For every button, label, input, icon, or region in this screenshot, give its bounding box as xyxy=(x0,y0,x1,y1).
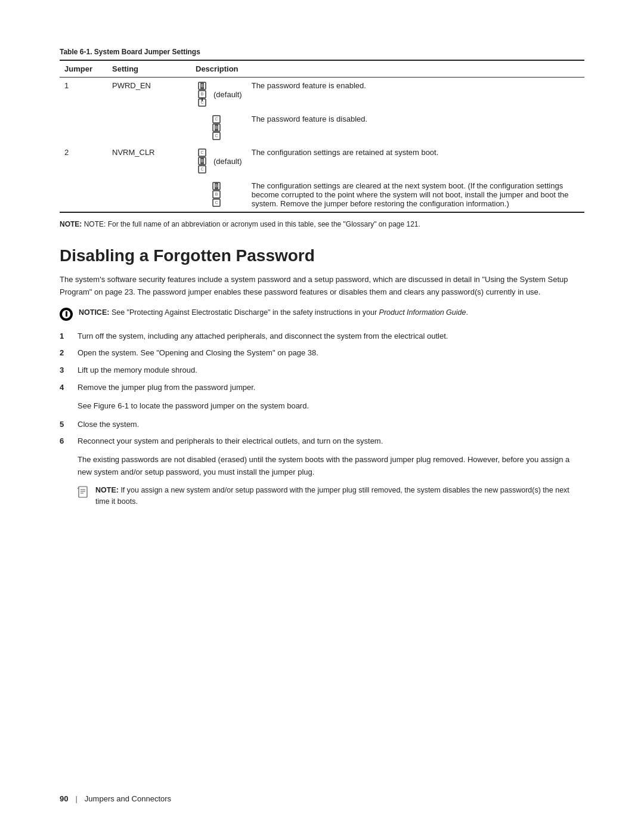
step-3: 3 Lift up the memory module shroud. xyxy=(60,364,584,377)
notice-dot xyxy=(66,311,67,317)
svg-rect-29 xyxy=(79,487,87,497)
notice-italic: Product Information Guide xyxy=(379,308,466,317)
para-after-6: The existing passwords are not disabled … xyxy=(78,454,584,479)
jumper-name-empty xyxy=(107,111,191,144)
step-1-text: Turn off the system, including any attac… xyxy=(78,330,584,343)
jumper-icon-2-3: C B C xyxy=(210,114,223,141)
svg-text:B: B xyxy=(215,192,218,196)
notice-label: NOTICE: xyxy=(79,308,109,317)
jumper-name-empty xyxy=(107,178,191,212)
step-5-number: 5 xyxy=(60,419,69,431)
setting-label: (default) xyxy=(213,157,242,166)
step-4-number: 4 xyxy=(60,382,69,394)
jumper-icon-1-2: B B C xyxy=(196,81,209,107)
intro-paragraph: The system's software security features … xyxy=(60,274,584,299)
notice-body: See "Protecting Against Electrostatic Di… xyxy=(112,308,379,317)
step-2-text: Open the system. See "Opening and Closin… xyxy=(78,347,584,360)
jumper-number-empty xyxy=(60,111,107,144)
table-caption: Table 6-1. System Board Jumper Settings xyxy=(60,48,584,56)
svg-text:C: C xyxy=(215,200,218,205)
jumper-setting-cell: B B C xyxy=(191,178,247,212)
description-cell: The password feature is disabled. xyxy=(247,111,584,144)
svg-text:C: C xyxy=(200,100,203,104)
svg-text:C: C xyxy=(215,134,218,138)
notice-icon-inner xyxy=(62,310,70,318)
setting-label: (default) xyxy=(213,90,242,99)
note-block: NOTE: If you assign a new system and/or … xyxy=(78,485,584,507)
step-2: 2 Open the system. See "Opening and Clos… xyxy=(60,347,584,360)
section-heading: Disabling a Forgotten Password xyxy=(60,246,584,265)
step-1-number: 1 xyxy=(60,330,69,343)
jumper-setting-cell: C B C xyxy=(191,111,247,144)
step-4: 4 Remove the jumper plug from the passwo… xyxy=(60,382,584,394)
step-5-text: Close the system. xyxy=(78,419,584,431)
jumper-setting-cell: C B C (default) xyxy=(191,144,247,178)
svg-text:B: B xyxy=(215,125,218,129)
step-5: 5 Close the system. xyxy=(60,419,584,431)
step-3-text: Lift up the memory module shroud. xyxy=(78,364,584,377)
svg-text:B: B xyxy=(201,159,204,163)
notice-block: NOTICE: See "Protecting Against Electros… xyxy=(60,307,584,321)
note-text: NOTE: If you assign a new system and/or … xyxy=(95,485,584,507)
svg-text:B: B xyxy=(201,83,204,88)
sub-para-4: See Figure 6-1 to locate the password ju… xyxy=(78,400,584,413)
col-header-jumper: Jumper xyxy=(60,60,107,78)
page-number: 90 xyxy=(60,794,68,803)
svg-text:C: C xyxy=(215,117,218,121)
notice-text: NOTICE: See "Protecting Against Electros… xyxy=(79,307,468,318)
svg-text:C: C xyxy=(200,167,203,171)
description-cell: The configuration settings are cleared a… xyxy=(247,178,584,212)
step-4-text: Remove the jumper plug from the password… xyxy=(78,382,584,394)
col-header-description: Description xyxy=(191,60,247,78)
step-1: 1 Turn off the system, including any att… xyxy=(60,330,584,343)
jumper-icon-nvrm-1-2: C B C xyxy=(196,148,209,174)
footer-section-label: Jumpers and Connectors xyxy=(85,794,171,803)
svg-text:C: C xyxy=(200,150,203,154)
col-header-setting: Setting xyxy=(107,60,191,78)
steps-list-2: 5 Close the system. 6 Reconnect your sys… xyxy=(60,419,584,448)
table-row: 2 NVRM_CLR C B C (default) xyxy=(60,144,584,178)
jumper-number: 1 xyxy=(60,78,107,112)
jumper-setting-cell: B B C (default) xyxy=(191,78,247,112)
step-6-number: 6 xyxy=(60,435,69,448)
note-body: If you assign a new system and/or setup … xyxy=(95,486,569,506)
step-6-text: Reconnect your system and peripherals to… xyxy=(78,435,584,448)
note-icon-svg xyxy=(78,486,89,498)
jumper-number-empty xyxy=(60,178,107,212)
page-footer: 90 | Jumpers and Connectors xyxy=(60,794,584,803)
table-row: 1 PWRD_EN B xyxy=(60,78,584,112)
jumper-number: 2 xyxy=(60,144,107,178)
description-cell: The configuration settings are retained … xyxy=(247,144,584,178)
footer-separator: | xyxy=(75,794,77,803)
table-row: B B C The configuration settings are cle… xyxy=(60,178,584,212)
svg-text:B: B xyxy=(201,92,204,96)
page-container: Table 6-1. System Board Jumper Settings … xyxy=(60,48,584,507)
steps-list-1: 1 Turn off the system, including any att… xyxy=(60,330,584,394)
jumper-name: PWRD_EN xyxy=(107,78,191,112)
notice-icon xyxy=(60,308,73,321)
description-cell: The password feature is enabled. xyxy=(247,78,584,112)
step-3-number: 3 xyxy=(60,364,69,377)
table-note: NOTE: NOTE: For the full name of an abbr… xyxy=(60,219,584,230)
table-row: C B C The password feature is disabled. xyxy=(60,111,584,144)
step-6: 6 Reconnect your system and peripherals … xyxy=(60,435,584,448)
jumper-name: NVRM_CLR xyxy=(107,144,191,178)
svg-text:B: B xyxy=(215,184,218,188)
jumper-icon-nvrm-2-3: B B C xyxy=(210,181,223,208)
notice-period: . xyxy=(466,308,467,317)
note-label: NOTE: xyxy=(95,486,119,494)
step-2-number: 2 xyxy=(60,347,69,360)
jumper-settings-table: Jumper Setting Description 1 PWRD_EN xyxy=(60,60,584,213)
